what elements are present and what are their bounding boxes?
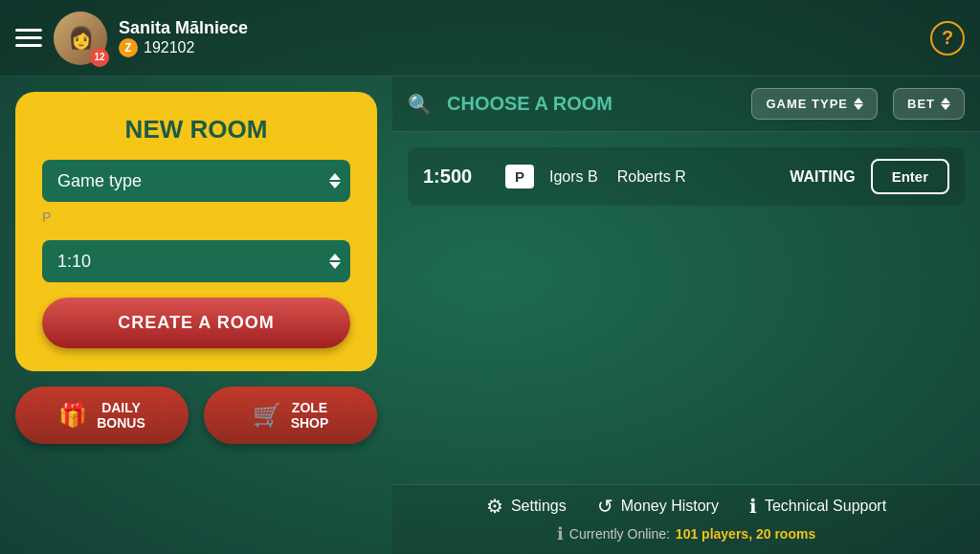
room-list: 1:500 P Igors B Roberts R WAITING Enter	[392, 132, 980, 484]
settings-icon: ⚙	[486, 495, 503, 518]
game-type-select[interactable]: Game type	[42, 160, 350, 202]
balance-amount: 192102	[144, 39, 194, 56]
choose-room-label: CHOOSE A ROOM	[447, 93, 736, 115]
create-room-button[interactable]: CREATE A ROOM	[42, 298, 350, 348]
game-type-sublabel: P	[42, 210, 51, 225]
user-info: Sanita Mālniece Z 192102	[119, 18, 248, 57]
room-bet: 1:500	[423, 166, 490, 188]
info-icon: ℹ	[557, 523, 564, 544]
enter-room-button[interactable]: Enter	[871, 159, 949, 194]
online-prefix: Currently Online:	[569, 526, 670, 542]
right-panel: 🔍 CHOOSE A ROOM GAME TYPE BET 1:500 P Ig…	[392, 77, 980, 554]
user-name: Sanita Mālniece	[119, 18, 248, 38]
bottom-buttons: 🎁 DAILYBONUS 🛒 ZOLESHOP	[15, 387, 377, 444]
room-search-bar: 🔍 CHOOSE A ROOM GAME TYPE BET	[392, 77, 980, 132]
money-history-link[interactable]: ↺ Money History	[597, 495, 719, 518]
daily-bonus-button[interactable]: 🎁 DAILYBONUS	[15, 387, 189, 444]
cart-icon: 🛒	[253, 402, 281, 429]
room-status: WAITING	[790, 168, 855, 186]
money-history-label: Money History	[621, 498, 719, 515]
room-players: Igors B Roberts R	[549, 168, 774, 186]
table-row: 1:500 P Igors B Roberts R WAITING Enter	[408, 147, 965, 206]
bet-filter-arrows	[941, 98, 950, 110]
new-room-card: NEW ROOM Game type P 1:10 CREATE A ROOM	[15, 92, 377, 371]
technical-support-label: Technical Support	[765, 498, 886, 515]
settings-link[interactable]: ⚙ Settings	[486, 495, 567, 518]
gift-icon: 🎁	[58, 402, 87, 429]
user-balance: Z 192102	[119, 38, 248, 57]
zole-shop-button[interactable]: 🛒 ZOLESHOP	[204, 387, 377, 444]
technical-support-link[interactable]: ℹ Technical Support	[749, 495, 886, 518]
avatar-badge: 12	[90, 48, 109, 67]
footer: ⚙ Settings ↺ Money History ℹ Technical S…	[392, 484, 980, 554]
settings-label: Settings	[511, 498, 567, 515]
hamburger-menu[interactable]	[15, 29, 42, 47]
help-button[interactable]: ?	[930, 21, 965, 55]
room-type-badge: P	[505, 165, 534, 188]
avatar-container: 👩 12	[54, 11, 107, 65]
bet-select[interactable]: 1:10	[42, 240, 350, 282]
new-room-title: NEW ROOM	[125, 115, 268, 144]
game-type-filter-arrows	[854, 98, 863, 110]
bet-selector-wrapper: 1:10	[42, 240, 350, 282]
player-1-name: Igors B	[549, 168, 598, 186]
bet-filter-label: BET	[907, 97, 935, 111]
daily-bonus-label: DAILYBONUS	[97, 400, 145, 431]
footer-links: ⚙ Settings ↺ Money History ℹ Technical S…	[486, 495, 886, 518]
player-2-name: Roberts R	[617, 168, 686, 186]
header: 👩 12 Sanita Mālniece Z 192102 ?	[0, 0, 980, 77]
footer-online: ℹ Currently Online: 101 players, 20 room…	[557, 523, 815, 544]
game-type-filter-label: GAME TYPE	[766, 97, 848, 111]
online-count: 101 players, 20 rooms	[676, 526, 815, 542]
money-history-icon: ↺	[597, 495, 613, 518]
bet-filter-button[interactable]: BET	[893, 88, 965, 120]
game-type-selector-wrapper: Game type	[42, 160, 350, 202]
technical-support-icon: ℹ	[749, 495, 757, 518]
zole-shop-label: ZOLESHOP	[291, 400, 329, 431]
left-panel: NEW ROOM Game type P 1:10 CREATE A ROOM …	[0, 77, 392, 554]
search-icon: 🔍	[408, 93, 432, 116]
game-type-filter-button[interactable]: GAME TYPE	[751, 88, 878, 120]
zole-currency-icon: Z	[119, 38, 138, 57]
